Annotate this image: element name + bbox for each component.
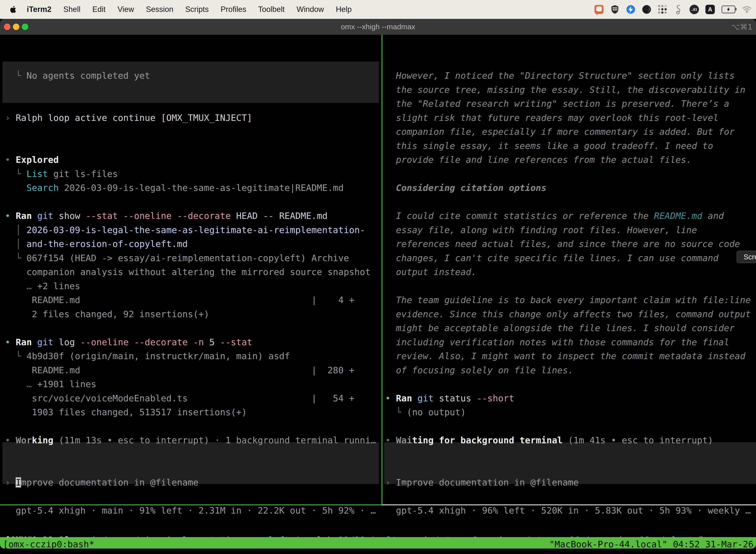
terminal-content: └ No agents completed yet› Ralph loop ac… [0,35,756,549]
dots-grid-icon[interactable] [658,5,667,14]
terminal-line: the source tree, missing the essay. Stil… [385,83,745,97]
terminal-line: • Ran git log --oneline --decorate -n 5 … [5,335,252,349]
terminal-line: might be acceptable alongside the file l… [385,321,735,335]
menu-item-iterm2[interactable]: iTerm2 [21,5,57,14]
terminal-line: └ (no output) [385,405,466,420]
menu-bar: iTerm2ShellEditViewSessionScriptsProfile… [0,0,756,19]
terminal-line: companion analysis without altering the … [5,265,371,279]
menu-item-shell[interactable]: Shell [57,5,86,14]
ralph-loop-banner: › Ralph loop active continue [OMX_TMUX_I… [5,111,252,125]
terminal-line: • Explored [5,153,59,167]
terminal-line: … +1901 lines [5,377,96,391]
input-source-icon[interactable]: A [705,5,715,14]
prompt-input[interactable]: › Improve documentation in @filename [385,476,579,490]
wifi-icon[interactable] [742,5,752,14]
terminal-line: essay file, along with finding root file… [385,223,697,237]
iterm2-window: omx --xhigh --madmax ⌥⌘1 └ No agents com… [0,19,756,549]
terminal-line: 1903 files changed, 513517 insertions(+) [5,405,247,420]
tmux-host-clock-label: "MacBook-Pro-44.local" 04:52 31-Mar-26 [549,537,754,549]
terminal-line: changes, I can't cite specific file line… [385,251,718,265]
screen-share-overlay[interactable]: Scre [737,251,756,263]
terminal-line: the "Related research writing" section i… [385,97,729,111]
thinking-heading: Considering citation options [385,181,547,195]
crescent-moon-icon[interactable] [642,5,651,14]
window-title-bar[interactable]: omx --xhigh --madmax ⌥⌘1 [0,19,756,35]
blue-bolt-icon[interactable] [626,5,635,14]
terminal-line: │ and-the-erosion-of-copyleft.md [5,237,188,251]
terminal-line: of focusing solely on file lines. [385,364,573,378]
battery-icon[interactable] [721,5,736,14]
terminal-line: … +2 lines [5,279,80,293]
model-statusline: gpt-5.4 xhigh · main · 91% left · 2.31M … [5,504,376,518]
apple-logo-icon[interactable] [10,5,17,14]
model-statusline: gpt-5.4 xhigh · 96% left · 520K in · 5.8… [385,504,751,518]
terminal-line: I could cite commit statistics or refere… [385,209,724,223]
terminal-line: Search 2026-03-09-is-legal-the-same-as-l… [5,181,343,195]
network-badge-icon[interactable]: ..61 [690,5,699,14]
terminal-line: └ 067f154 (HEAD -> essay/ai-reimplementa… [5,251,349,265]
menu-item-help[interactable]: Help [330,5,358,14]
menu-bar-status-icons: ..61 A [594,0,752,19]
pane-divider-vertical[interactable] [381,35,382,504]
terminal-line: └ 4b9d30f (origin/main, instructkr/main,… [5,349,290,364]
waiting-status: • Waiting for background terminal (1m 41… [385,433,713,447]
terminal-line: • Ran git show --stat --oneline --decora… [5,209,328,223]
shield-icon[interactable] [610,5,620,14]
chat-app-icon[interactable] [594,5,604,14]
terminal-line: slight risk that future readers may over… [385,111,718,125]
menu-item-session[interactable]: Session [140,5,179,14]
squiggle-icon[interactable] [674,5,683,14]
terminal-line: README.md | 280 + [5,364,355,378]
menu-item-toolbelt[interactable]: Toolbelt [252,5,291,14]
terminal-line: However, I noticed the "Directory Struct… [385,69,735,83]
terminal-line: provide file and line references from th… [385,153,692,167]
terminal-line: 2 files changed, 92 insertions(+) [5,307,209,321]
menu-item-profiles[interactable]: Profiles [214,5,252,14]
menu-item-edit[interactable]: Edit [86,5,111,14]
terminal-line: The team guideline is to back every impo… [385,293,751,307]
terminal-line: output instead. [385,265,477,279]
terminal-line: └ No agents completed yet [5,69,150,83]
terminal-line: • Ran git status --short [385,391,514,405]
menu-items: iTerm2ShellEditViewSessionScriptsProfile… [21,5,358,14]
terminal-line: evidence. Since this change only affects… [385,307,751,321]
terminal-line: references need actual files, and since … [385,237,740,251]
window-title: omx --xhigh --madmax [0,19,756,35]
terminal-line: README.md | 4 + [5,293,355,307]
terminal-line: this single essay, it seems like a good … [385,139,713,153]
prompt-input[interactable]: › Improve documentation in @filename [5,476,198,490]
tmux-status-bar: [omx-cczip0:bash* "MacBook-Pro-44.local"… [0,537,756,549]
terminal-line: review. Also, I might want to inspect th… [385,349,745,364]
terminal-line: └ List git ls-files [5,167,118,181]
working-status: • Working (11m 13s • esc to interrupt) ·… [5,433,376,447]
menu-item-scripts[interactable]: Scripts [179,5,215,14]
terminal-line: │ 2026-03-09-is-legal-the-same-as-legiti… [5,223,365,237]
terminal-line: src/voice/voiceModeEnabled.ts | 54 + [5,391,355,405]
terminal-line: including verification notes with those … [385,335,729,349]
tmux-session-window-label[interactable]: [omx-cczip0:bash* [3,537,94,549]
terminal-line: companion file, especially if more comme… [385,125,735,139]
menu-item-window[interactable]: Window [291,5,330,14]
window-shortcut-badge: ⌥⌘1 [731,19,753,35]
menu-item-view[interactable]: View [112,5,140,14]
